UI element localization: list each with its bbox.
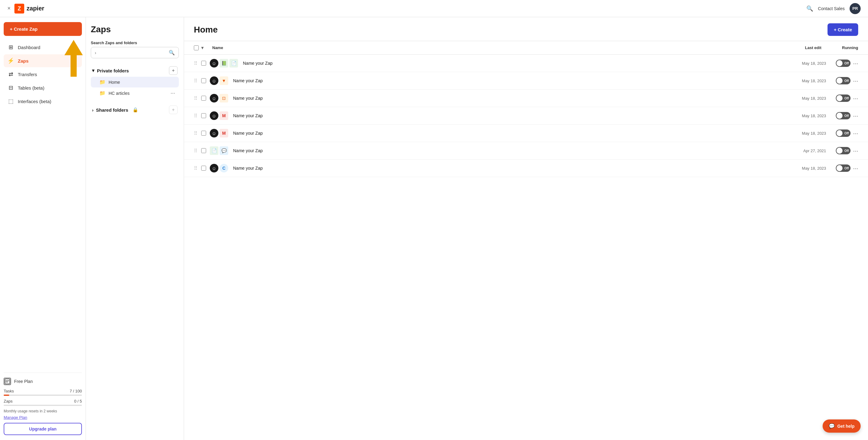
get-help-button[interactable]: 💬 Get help bbox=[823, 419, 861, 433]
app-icon-smiley: ☺ bbox=[210, 59, 218, 67]
sidebar: + Create Zap ⊞ Dashboard ⚡ Zaps ⇄ Transf… bbox=[0, 17, 86, 440]
zap-name[interactable]: Name your Zap bbox=[233, 131, 777, 136]
row-more-icon[interactable]: ··· bbox=[853, 112, 858, 119]
zap-name[interactable]: Name your Zap bbox=[233, 78, 777, 83]
drag-handle-icon[interactable]: ⠿ bbox=[194, 95, 197, 101]
main-title: Home bbox=[194, 25, 218, 35]
search-input[interactable] bbox=[98, 50, 169, 55]
table-row: ⠿ ☺ ⊡ Name your Zap May 18, 2023 Off ··· bbox=[184, 90, 868, 107]
row-more-icon[interactable]: ··· bbox=[853, 95, 858, 102]
zap-name[interactable]: Name your Zap bbox=[233, 166, 777, 171]
chevron-right-icon: › bbox=[92, 108, 94, 113]
zap-name[interactable]: Name your Zap bbox=[233, 96, 777, 100]
folder-item-home[interactable]: 📁 Home bbox=[91, 77, 179, 87]
select-all-checkbox[interactable] bbox=[194, 46, 199, 50]
toggle-switch[interactable]: Off bbox=[836, 112, 850, 119]
toggle-switch[interactable]: Off bbox=[836, 94, 850, 102]
row-more-icon[interactable]: ··· bbox=[853, 60, 858, 67]
private-folders-header[interactable]: ▾ Private folders + bbox=[91, 64, 179, 77]
add-shared-folder-button[interactable]: + bbox=[169, 106, 178, 114]
toggle-knob bbox=[836, 130, 842, 136]
zaps-usage-row: Zaps 0 / 5 bbox=[4, 399, 82, 404]
zap-last-edit: May 18, 2023 bbox=[777, 114, 826, 118]
shared-folder-header-left: › Shared folders 🔒 bbox=[92, 107, 138, 113]
row-more-icon[interactable]: ··· bbox=[853, 77, 858, 84]
table-row: ⠿ 📄 💬 Name your Zap Apr 27, 2021 Off ··· bbox=[184, 142, 868, 159]
zap-name[interactable]: Name your Zap bbox=[243, 61, 777, 66]
toggle-switch[interactable]: Off bbox=[836, 129, 850, 137]
sidebar-item-zaps[interactable]: ⚡ Zaps bbox=[4, 54, 82, 67]
row-more-icon[interactable]: ··· bbox=[853, 147, 858, 154]
zaps-label: Zaps bbox=[4, 399, 12, 404]
zap-name[interactable]: Name your Zap bbox=[233, 148, 777, 153]
search-box[interactable]: › 🔍 bbox=[91, 47, 179, 58]
row-checkbox[interactable] bbox=[201, 78, 206, 83]
toggle-label: Off bbox=[844, 79, 849, 83]
zap-last-edit: May 18, 2023 bbox=[777, 131, 826, 136]
toggle-label: Off bbox=[844, 97, 849, 100]
chevron-dropdown-icon[interactable]: ▾ bbox=[201, 45, 204, 51]
toggle-switch[interactable]: Off bbox=[836, 77, 850, 84]
row-checkbox[interactable] bbox=[201, 148, 206, 153]
sidebar-item-tables[interactable]: ⊟ Tables (beta) bbox=[4, 81, 82, 94]
toggle-knob bbox=[836, 78, 842, 84]
row-more-icon[interactable]: ··· bbox=[853, 130, 858, 137]
main-layout: + Create Zap ⊞ Dashboard ⚡ Zaps ⇄ Transf… bbox=[0, 17, 868, 440]
drag-handle-icon[interactable]: ⠿ bbox=[194, 78, 197, 84]
upgrade-plan-button[interactable]: Upgrade plan bbox=[4, 423, 82, 435]
tasks-bar-fill bbox=[4, 394, 9, 396]
contact-sales-button[interactable]: Contact Sales bbox=[818, 6, 845, 11]
toggle-switch[interactable]: Off bbox=[836, 147, 850, 154]
close-button[interactable]: × bbox=[7, 5, 11, 12]
row-checkbox[interactable] bbox=[201, 61, 206, 66]
toggle-switch[interactable]: Off bbox=[836, 60, 850, 67]
toggle-switch[interactable]: Off bbox=[836, 165, 850, 172]
row-checkbox[interactable] bbox=[201, 96, 206, 100]
search-magnify-icon: 🔍 bbox=[169, 50, 175, 56]
app-icon-doc: 📄 bbox=[229, 59, 238, 67]
create-zap-button[interactable]: + Create Zap bbox=[4, 22, 82, 36]
sidebar-item-dashboard[interactable]: ⊞ Dashboard bbox=[4, 41, 82, 54]
shared-folders-header[interactable]: › Shared folders 🔒 + bbox=[91, 104, 179, 116]
topbar-left: × Z zapier bbox=[7, 4, 44, 13]
drag-handle-icon[interactable]: ⠿ bbox=[194, 130, 197, 136]
folder-more-icon[interactable]: ··· bbox=[170, 90, 175, 96]
row-icons: ☺ C bbox=[210, 164, 228, 172]
zap-last-edit: May 18, 2023 bbox=[777, 96, 826, 100]
tasks-usage-row: Tasks 7 / 100 bbox=[4, 389, 82, 393]
zap-name[interactable]: Name your Zap bbox=[233, 113, 777, 118]
zaps-icon: ⚡ bbox=[7, 57, 14, 64]
app-icon-blue-msg: 💬 bbox=[220, 146, 228, 155]
row-more-icon[interactable]: ··· bbox=[853, 165, 858, 172]
private-folders-label: Private folders bbox=[97, 68, 129, 74]
avatar[interactable]: PR bbox=[849, 3, 861, 14]
folder-icon-home: 📁 bbox=[99, 79, 105, 85]
drag-handle-icon[interactable]: ⠿ bbox=[194, 113, 197, 119]
row-icons: 📄 💬 bbox=[210, 146, 228, 155]
sidebar-item-label-interfaces: Interfaces (beta) bbox=[18, 99, 51, 104]
sidebar-item-transfers[interactable]: ⇄ Transfers bbox=[4, 68, 82, 81]
svg-rect-3 bbox=[5, 380, 9, 381]
search-icon: 🔍 bbox=[806, 5, 813, 12]
manage-plan-link[interactable]: Manage Plan bbox=[4, 415, 82, 420]
add-private-folder-button[interactable]: + bbox=[169, 66, 178, 75]
row-icons: ☺ 📗 📄 bbox=[210, 59, 238, 67]
sidebar-item-label-tables: Tables (beta) bbox=[18, 85, 44, 90]
sidebar-item-interfaces[interactable]: ⬚ Interfaces (beta) bbox=[4, 95, 82, 108]
zaps-value: 0 / 5 bbox=[74, 399, 82, 404]
zap-last-edit: May 18, 2023 bbox=[777, 79, 826, 83]
chat-icon: 💬 bbox=[829, 423, 835, 429]
row-checkbox[interactable] bbox=[201, 113, 206, 118]
search-label: Search Zaps and folders bbox=[91, 40, 179, 45]
app-icon-smiley: ☺ bbox=[210, 94, 218, 102]
row-checkbox[interactable] bbox=[201, 166, 206, 171]
folder-item-hc-articles[interactable]: 📁 HC articles ··· bbox=[91, 87, 179, 99]
main-header: Home + Create bbox=[184, 17, 868, 41]
row-checkbox[interactable] bbox=[201, 131, 206, 136]
drag-handle-icon[interactable]: ⠿ bbox=[194, 148, 197, 154]
drag-handle-icon[interactable]: ⠿ bbox=[194, 166, 197, 171]
create-button[interactable]: + Create bbox=[828, 23, 858, 36]
drag-handle-icon[interactable]: ⠿ bbox=[194, 60, 197, 66]
table-row: ⠿ ☺ M Name your Zap May 18, 2023 Off ··· bbox=[184, 124, 868, 142]
sidebar-item-label-transfers: Transfers bbox=[18, 72, 37, 77]
